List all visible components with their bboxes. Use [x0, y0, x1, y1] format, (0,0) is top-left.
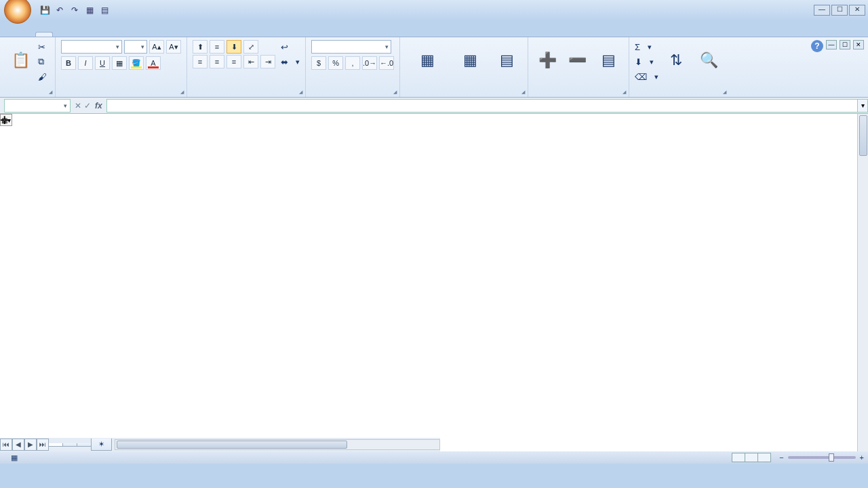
- copy-button[interactable]: ⧉: [38, 55, 50, 68]
- ribbon-close-button[interactable]: ✕: [853, 40, 864, 49]
- conditional-formatting-button[interactable]: ▦: [406, 40, 449, 82]
- autofill-options-button[interactable]: ▦▾: [0, 114, 12, 126]
- normal-view-button[interactable]: [732, 453, 745, 462]
- qat-icon[interactable]: ▤: [99, 5, 110, 16]
- group-label: [311, 94, 394, 96]
- group-label: [406, 94, 522, 96]
- align-center-button[interactable]: ≡: [210, 55, 224, 68]
- font-name-select[interactable]: [61, 40, 122, 54]
- page-layout-view-button[interactable]: [745, 453, 758, 462]
- format-as-table-button[interactable]: ▦: [452, 40, 488, 82]
- qat-icon[interactable]: ▦: [84, 5, 95, 16]
- cut-button[interactable]: ✂: [38, 40, 50, 54]
- cell-styles-icon: ▤: [500, 52, 514, 69]
- maximize-button[interactable]: ☐: [831, 5, 848, 16]
- find-select-button[interactable]: 🔍: [694, 40, 724, 82]
- decrease-indent-button[interactable]: ⇤: [243, 55, 258, 68]
- underline-button[interactable]: U: [95, 56, 110, 70]
- sort-icon: ⇅: [670, 52, 682, 69]
- new-sheet-button[interactable]: ✶: [91, 439, 112, 451]
- align-top-button[interactable]: ⬆: [193, 40, 208, 54]
- fill-icon: ⬇: [635, 57, 642, 67]
- zoom-in-button[interactable]: +: [860, 453, 864, 462]
- ribbon-minimize-button[interactable]: —: [826, 40, 837, 49]
- group-label: [61, 94, 181, 96]
- fx-icon[interactable]: fx: [95, 101, 102, 110]
- comma-button[interactable]: ,: [345, 56, 360, 70]
- horizontal-scrollbar[interactable]: [115, 439, 440, 450]
- autosum-button[interactable]: Σ ▾: [635, 40, 658, 54]
- sort-filter-button[interactable]: ⇅: [661, 40, 691, 82]
- cond-format-icon: ▦: [420, 52, 435, 69]
- worksheet-grid[interactable]: ▦▾ ✛ ⏮ ◀ ▶ ⏭ ✶ ▦ − +: [0, 114, 868, 464]
- help-icon[interactable]: ?: [811, 40, 823, 52]
- sheet-tab[interactable]: [77, 443, 92, 447]
- expand-formula-bar-button[interactable]: ▾: [857, 99, 868, 113]
- increase-decimal-button[interactable]: .0→: [362, 56, 377, 70]
- wrap-text-button[interactable]: ↩: [281, 40, 300, 54]
- zoom-out-button[interactable]: −: [779, 453, 783, 462]
- align-left-button[interactable]: ≡: [193, 55, 208, 68]
- vertical-scrollbar[interactable]: [857, 114, 868, 464]
- align-bottom-button[interactable]: ⬇: [226, 40, 241, 54]
- sheet-nav-last[interactable]: ⏭: [37, 439, 49, 451]
- cell-styles-button[interactable]: ▤: [491, 40, 522, 82]
- title-bar: 💾 ↶ ↷ ▦ ▤ — ☐ ✕: [0, 0, 868, 20]
- redo-icon[interactable]: ↷: [69, 5, 80, 16]
- fill-button[interactable]: ⬇ ▾: [635, 55, 658, 68]
- grow-font-button[interactable]: A▴: [149, 40, 164, 54]
- ribbon-group-clipboard: 📋 ✂ ⧉ 🖌: [0, 37, 56, 97]
- ribbon-tabs: [0, 20, 868, 37]
- sigma-icon: Σ: [635, 42, 640, 52]
- delete-cells-button[interactable]: ➖: [564, 40, 591, 82]
- eraser-icon: ⌫: [635, 72, 647, 82]
- bold-button[interactable]: B: [61, 56, 76, 70]
- border-button[interactable]: ▦: [112, 56, 127, 70]
- formula-bar: ✕✓ fx ▾: [0, 98, 868, 114]
- ribbon-group-styles: ▦ ▦ ▤: [400, 37, 528, 97]
- insert-cells-button[interactable]: ➕: [534, 40, 561, 82]
- clear-button[interactable]: ⌫ ▾: [635, 70, 658, 83]
- paste-button[interactable]: 📋: [5, 40, 35, 82]
- align-middle-button[interactable]: ≡: [210, 40, 224, 54]
- close-button[interactable]: ✕: [849, 5, 865, 16]
- brush-icon: 🖌: [38, 72, 47, 82]
- orientation-button[interactable]: ⤢: [243, 40, 258, 54]
- group-label: [5, 94, 50, 96]
- group-label: [635, 94, 724, 96]
- currency-button[interactable]: $: [311, 56, 326, 70]
- number-format-select[interactable]: [311, 40, 391, 54]
- font-size-select[interactable]: [124, 40, 147, 54]
- fill-color-button[interactable]: 🪣: [129, 56, 144, 70]
- sheet-nav-next[interactable]: ▶: [24, 439, 37, 451]
- ribbon-restore-button[interactable]: ☐: [840, 40, 850, 49]
- enter-formula-icon[interactable]: ✓: [84, 101, 91, 110]
- decrease-decimal-button[interactable]: ←.0: [379, 56, 394, 70]
- sheet-nav-first[interactable]: ⏮: [0, 439, 12, 451]
- align-right-button[interactable]: ≡: [226, 55, 241, 68]
- page-break-view-button[interactable]: [757, 453, 771, 462]
- undo-icon[interactable]: ↶: [54, 5, 65, 16]
- italic-button[interactable]: I: [78, 56, 93, 70]
- office-button[interactable]: [4, 0, 31, 24]
- tab-home[interactable]: [35, 32, 53, 37]
- percent-button[interactable]: %: [328, 56, 343, 70]
- merge-center-button[interactable]: ⬌ ▾: [281, 55, 300, 68]
- minimize-button[interactable]: —: [814, 5, 830, 16]
- sheet-tab[interactable]: [62, 443, 77, 447]
- ribbon-group-cells: ➕ ➖ ▤: [528, 37, 629, 97]
- zoom-slider[interactable]: [788, 456, 856, 459]
- font-color-button[interactable]: A: [146, 56, 161, 70]
- increase-indent-button[interactable]: ⇥: [260, 55, 275, 68]
- macro-record-icon[interactable]: ▦: [11, 453, 18, 462]
- sheet-nav-prev[interactable]: ◀: [12, 439, 24, 451]
- cancel-formula-icon[interactable]: ✕: [75, 101, 81, 110]
- formula-input[interactable]: [106, 99, 857, 113]
- shrink-font-button[interactable]: A▾: [166, 40, 181, 54]
- format-painter-button[interactable]: 🖌: [38, 70, 50, 83]
- sheet-tab[interactable]: [48, 443, 63, 447]
- group-label: [534, 94, 623, 96]
- save-icon[interactable]: 💾: [39, 5, 50, 16]
- format-cells-button[interactable]: ▤: [593, 40, 623, 82]
- name-box[interactable]: [4, 99, 71, 113]
